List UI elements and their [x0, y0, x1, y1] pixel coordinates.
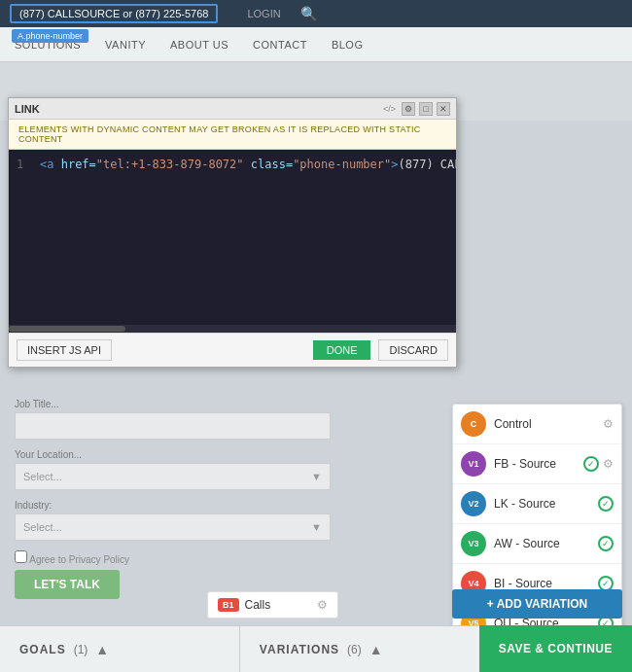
v1-gear-icon[interactable]: ⚙ — [603, 457, 614, 471]
lets-talk-button[interactable]: LET'S TALK — [15, 570, 120, 599]
agree-label: Agree to Privacy Policy — [29, 554, 129, 565]
add-variation-button[interactable]: + ADD VARIATION — [452, 589, 622, 619]
variations-label: VARIATIONS — [260, 643, 339, 656]
form-area: Job Title... Your Location... Select... … — [0, 389, 345, 609]
variations-chevron-icon: ▲ — [369, 642, 383, 657]
v1-label: FB - Source — [494, 457, 576, 471]
v2-badge: V2 — [461, 491, 486, 516]
link-editor-modal: LINK </> ⚙ □ ✕ ELEMENTS WITH DYNAMIC CON… — [8, 97, 457, 368]
job-title-input[interactable] — [15, 412, 331, 440]
location-field: Your Location... Select... ▼ — [15, 449, 331, 490]
variation-item-v1: V1 FB - Source ✓ ⚙ — [453, 444, 621, 484]
site-nav: SOLUTIONS VANITY ABOUT US CONTACT BLOG — [0, 27, 632, 62]
control-badge: C — [461, 411, 486, 437]
goals-chevron-icon: ▲ — [95, 642, 109, 657]
insert-js-api-button[interactable]: INSERT JS API — [17, 339, 112, 361]
save-continue-button[interactable]: SAVE & CONTINUE — [479, 625, 632, 672]
code-scrollbar[interactable] — [9, 325, 456, 333]
modal-tag-indicator: </> — [383, 104, 396, 114]
v2-label: LK - Source — [494, 497, 590, 511]
done-button[interactable]: DONE — [313, 340, 371, 360]
phone-button[interactable]: (877) CALLSOURCE or (877) 225-5768 — [10, 4, 218, 23]
code-editor-area[interactable]: 1 <a href="tel:+1-833-879-8072" class="p… — [9, 150, 456, 325]
control-actions: ⚙ — [603, 417, 614, 431]
calls-label: Calls — [245, 598, 311, 612]
location-select[interactable]: Select... ▼ — [15, 463, 331, 490]
industry-field: Industry: Select... ▼ — [15, 500, 331, 541]
variation-item-control: C Control ⚙ — [453, 405, 621, 444]
agree-input[interactable] — [15, 550, 27, 563]
variation-item-v3: V3 AW - Source ✓ — [453, 524, 621, 564]
variation-item-v2: V2 LK - Source ✓ — [453, 484, 621, 524]
calls-badge: B1 — [218, 598, 239, 612]
v2-check-icon[interactable]: ✓ — [598, 496, 614, 512]
calls-gear-icon[interactable]: ⚙ — [317, 598, 328, 612]
phone-tag: A.phone-number — [12, 29, 88, 43]
industry-chevron-icon: ▼ — [311, 521, 322, 533]
nav-blog[interactable]: BLOG — [332, 39, 364, 51]
location-label: Your Location... — [15, 449, 331, 460]
login-link[interactable]: LOGIN — [247, 8, 280, 19]
v3-badge: V3 — [461, 531, 486, 556]
code-content: <a href="tel:+1-833-879-8072" class="pho… — [40, 158, 456, 171]
v2-actions: ✓ — [598, 496, 614, 512]
warning-bar: ELEMENTS WITH DYNAMIC CONTENT MAY GET BR… — [9, 120, 456, 150]
site-header: (877) CALLSOURCE or (877) 225-5768 LOGIN… — [0, 0, 632, 27]
v4-label: BI - Source — [494, 577, 590, 590]
control-label: Control — [494, 417, 595, 431]
modal-settings-btn[interactable]: ⚙ — [402, 102, 415, 116]
variations-section[interactable]: VARIATIONS (6) ▲ — [239, 625, 479, 672]
code-line-1: 1 <a href="tel:+1-833-879-8072" class="p… — [17, 158, 448, 171]
location-placeholder: Select... — [23, 471, 62, 482]
add-variation-container: + ADD VARIATION — [452, 589, 622, 619]
agree-checkbox[interactable]: Agree to Privacy Policy — [15, 550, 331, 565]
line-number: 1 — [17, 158, 30, 171]
code-scrollbar-thumb — [9, 326, 125, 332]
job-title-label: Job Title... — [15, 399, 331, 409]
v1-check-icon[interactable]: ✓ — [583, 456, 599, 472]
industry-placeholder: Select... — [23, 521, 62, 533]
nav-contact[interactable]: CONTACT — [253, 39, 307, 51]
industry-label: Industry: — [15, 500, 331, 511]
goals-count: (1) — [74, 643, 88, 656]
control-gear-icon[interactable]: ⚙ — [603, 417, 614, 431]
location-chevron-icon: ▼ — [311, 471, 322, 482]
modal-maximize-btn[interactable]: □ — [419, 102, 433, 116]
goals-section[interactable]: GOALS (1) ▲ — [0, 625, 239, 672]
goals-label: GOALS — [19, 643, 66, 656]
nav-about[interactable]: ABOUT US — [170, 39, 228, 51]
modal-close-btn[interactable]: ✕ — [437, 102, 450, 116]
modal-title: LINK — [15, 103, 377, 115]
search-icon[interactable]: 🔍 — [300, 6, 317, 21]
modal-footer: INSERT JS API DONE DISCARD — [9, 333, 456, 367]
industry-select[interactable]: Select... ▼ — [15, 513, 331, 541]
v3-check-icon[interactable]: ✓ — [598, 536, 614, 551]
v3-actions: ✓ — [598, 536, 614, 551]
v1-actions: ✓ ⚙ — [583, 456, 614, 472]
calls-bar: B1 Calls ⚙ — [207, 591, 338, 619]
job-title-field: Job Title... — [15, 399, 331, 440]
nav-vanity[interactable]: VANITY — [105, 39, 146, 51]
bottom-bar: GOALS (1) ▲ VARIATIONS (6) ▲ SAVE & CONT… — [0, 625, 632, 672]
variations-count: (6) — [347, 643, 362, 656]
discard-button[interactable]: DISCARD — [378, 339, 448, 361]
modal-titlebar: LINK </> ⚙ □ ✕ — [9, 98, 456, 120]
v1-badge: V1 — [461, 451, 486, 477]
v3-label: AW - Source — [494, 537, 590, 550]
modal-controls: ⚙ □ ✕ — [402, 102, 450, 116]
